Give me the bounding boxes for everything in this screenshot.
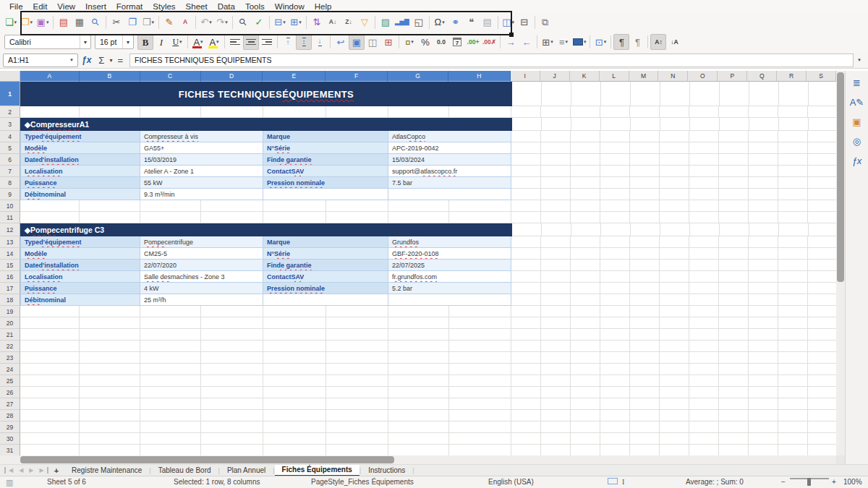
menu-data[interactable]: Data xyxy=(213,2,240,11)
row-header-29[interactable]: 29 xyxy=(0,421,20,433)
cell-J23[interactable] xyxy=(541,352,571,364)
cell-C5[interactable]: GA55+ xyxy=(140,142,263,154)
cell-I16[interactable] xyxy=(511,271,541,283)
cell-O31[interactable] xyxy=(689,445,719,455)
cell-A24[interactable] xyxy=(20,364,80,375)
cell-S3[interactable] xyxy=(809,118,836,131)
cell-R21[interactable] xyxy=(778,329,808,341)
cell-J6[interactable] xyxy=(541,154,571,166)
cell-O5[interactable] xyxy=(689,142,719,154)
menu-insert[interactable]: Insert xyxy=(80,2,111,11)
cell-M11[interactable] xyxy=(630,212,660,223)
cell-A26[interactable] xyxy=(20,387,80,398)
vertical-text-button[interactable]: ↓A xyxy=(666,34,682,50)
cell-L28[interactable] xyxy=(600,410,630,421)
cell-L26[interactable] xyxy=(600,387,630,398)
cell-H30[interactable] xyxy=(449,433,511,445)
cell-G11[interactable] xyxy=(388,212,449,223)
cell-E8[interactable]: Pression nominale xyxy=(263,177,388,189)
cell-S27[interactable] xyxy=(808,398,836,410)
cell-A23[interactable] xyxy=(20,352,80,364)
cell-G22[interactable] xyxy=(388,341,449,352)
cell-B22[interactable] xyxy=(80,341,140,352)
cell-D25[interactable] xyxy=(201,375,263,387)
cell-C6[interactable]: 15/03/2019 xyxy=(140,154,263,166)
cell-J12[interactable] xyxy=(542,223,571,236)
cell-R13[interactable] xyxy=(778,236,808,248)
cell-J13[interactable] xyxy=(541,236,571,248)
cell-C9[interactable]: 9.3 m³/min xyxy=(140,189,263,200)
align-right-button[interactable] xyxy=(259,34,275,50)
cell-Q14[interactable] xyxy=(749,248,778,260)
cell-O10[interactable] xyxy=(689,200,719,212)
cell-G23[interactable] xyxy=(388,352,449,364)
cell-I22[interactable] xyxy=(511,341,541,352)
cell-H27[interactable] xyxy=(449,398,511,410)
cell-E21[interactable] xyxy=(263,329,326,341)
cell-B31[interactable] xyxy=(80,445,140,455)
font-name-combobox[interactable]: Calibri▼ xyxy=(4,35,91,49)
cell-P14[interactable] xyxy=(719,248,749,260)
cell-F19[interactable] xyxy=(326,306,388,317)
cell-R5[interactable] xyxy=(778,142,808,154)
cell-C21[interactable] xyxy=(140,329,201,341)
format-currency-button[interactable]: ¤▾ xyxy=(401,34,417,50)
column-header-A[interactable]: A xyxy=(20,71,80,82)
cell-J20[interactable] xyxy=(541,317,571,329)
cell-Q18[interactable] xyxy=(749,294,778,306)
name-box-dropdown-icon[interactable]: ▾ xyxy=(66,57,77,63)
cell-P6[interactable] xyxy=(719,154,749,166)
cell-G15[interactable]: 22/07/2025 xyxy=(388,260,511,271)
menu-edit[interactable]: Edit xyxy=(28,2,53,11)
format-percent-button[interactable]: % xyxy=(417,34,433,50)
cell-A30[interactable] xyxy=(20,433,80,445)
cell-P25[interactable] xyxy=(719,375,749,387)
cell-E30[interactable] xyxy=(263,433,326,445)
cell-S10[interactable] xyxy=(808,200,836,212)
row-header-3[interactable]: 3 xyxy=(0,118,20,131)
cell-E4[interactable]: Marque xyxy=(263,131,388,142)
cell-K14[interactable] xyxy=(571,248,600,260)
cell-Q24[interactable] xyxy=(749,364,778,375)
cell-D22[interactable] xyxy=(201,341,263,352)
cell-R30[interactable] xyxy=(778,433,808,445)
cell-C27[interactable] xyxy=(140,398,201,410)
cell-M21[interactable] xyxy=(630,329,660,341)
cell-F29[interactable] xyxy=(326,421,388,433)
row-header-11[interactable]: 11 xyxy=(0,212,20,223)
zoom-level[interactable]: 100% xyxy=(843,478,862,486)
cell-G13[interactable]: Grundfos xyxy=(388,236,511,248)
cell-B24[interactable] xyxy=(80,364,140,375)
cell-N13[interactable] xyxy=(660,236,689,248)
cell-K5[interactable] xyxy=(571,142,600,154)
cell-G8[interactable]: 7.5 bar xyxy=(388,177,511,189)
cell-N5[interactable] xyxy=(660,142,689,154)
cell-P12[interactable] xyxy=(720,223,749,236)
cell-O19[interactable] xyxy=(689,306,719,317)
cell-M22[interactable] xyxy=(630,341,660,352)
cell-J9[interactable] xyxy=(541,189,571,200)
cell-M30[interactable] xyxy=(630,433,660,445)
cell-G28[interactable] xyxy=(388,410,449,421)
column-header-L[interactable]: L xyxy=(600,71,629,82)
cell-O18[interactable] xyxy=(689,294,719,306)
border-style-dropdown[interactable]: ▾ xyxy=(565,39,568,45)
cell-M1[interactable] xyxy=(631,82,660,106)
cell-L10[interactable] xyxy=(600,200,630,212)
cell-N24[interactable] xyxy=(660,364,689,375)
cell-B26[interactable] xyxy=(80,387,140,398)
row-header-5[interactable]: 5 xyxy=(0,142,20,154)
cell-A22[interactable] xyxy=(20,341,80,352)
cell-A2[interactable] xyxy=(20,106,80,118)
cell-C31[interactable] xyxy=(140,445,201,455)
cell-R12[interactable] xyxy=(779,223,809,236)
cell-P8[interactable] xyxy=(719,177,749,189)
sidebar-properties-icon[interactable]: ≣ xyxy=(853,78,861,87)
cell-I5[interactable] xyxy=(511,142,541,154)
cell-S6[interactable] xyxy=(808,154,836,166)
cell-A18[interactable]: Débit nominal xyxy=(20,294,140,306)
cell-F25[interactable] xyxy=(326,375,388,387)
cell-G4[interactable]: Atlas Copco xyxy=(388,131,511,142)
cell-D26[interactable] xyxy=(201,387,263,398)
cell-E24[interactable] xyxy=(263,364,326,375)
